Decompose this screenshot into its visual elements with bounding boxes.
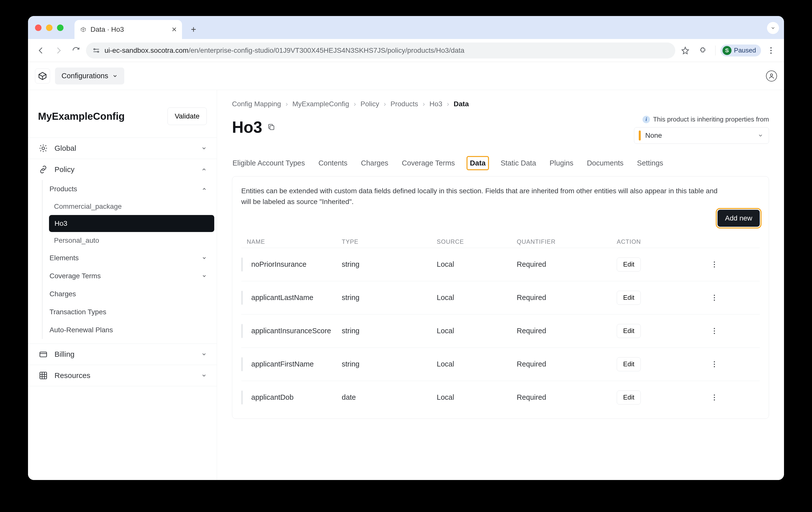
tab-close-icon[interactable]: ✕ [172, 26, 177, 33]
bookmark-icon[interactable] [678, 43, 693, 58]
window-maximize-button[interactable] [57, 25, 63, 31]
tab-plugins[interactable]: Plugins [549, 158, 574, 169]
sidebar-item-label: Transaction Types [50, 308, 106, 316]
breadcrumb-item[interactable]: Config Mapping [232, 100, 281, 108]
app-logo[interactable] [35, 68, 50, 84]
svg-point-14 [714, 297, 715, 298]
row-accent [241, 291, 243, 305]
cell-quantifier: Required [517, 393, 617, 401]
panel-description: Entities can be extended with custom dat… [241, 186, 721, 207]
chevron-down-icon [201, 351, 207, 357]
sidebar-product-personal-auto[interactable]: Personal_auto [42, 232, 217, 249]
sidebar: MyExampleConfig Validate Global Policy [28, 90, 217, 480]
edit-button[interactable]: Edit [617, 357, 641, 371]
add-new-button[interactable]: Add new [718, 210, 760, 227]
edit-button[interactable]: Edit [617, 324, 641, 338]
sidebar-item-coverage-terms[interactable]: Coverage Terms [42, 267, 217, 285]
row-menu-icon[interactable] [709, 259, 719, 269]
sidebar-item-billing[interactable]: Billing [28, 343, 217, 365]
tab-settings[interactable]: Settings [637, 158, 664, 169]
row-menu-icon[interactable] [709, 326, 719, 336]
tab-charges[interactable]: Charges [360, 158, 389, 169]
toolbar-divider [715, 46, 716, 56]
profile-paused-pill[interactable]: S Paused [721, 45, 761, 57]
sidebar-item-global[interactable]: Global [28, 138, 217, 159]
cell-quantifier: Required [517, 260, 617, 268]
breadcrumb-item[interactable]: Products [390, 100, 418, 108]
svg-point-15 [714, 300, 715, 301]
row-menu-icon[interactable] [709, 359, 719, 369]
sidebar-item-label: Charges [50, 290, 76, 298]
row-accent [241, 257, 243, 272]
user-menu-icon[interactable] [766, 70, 777, 82]
row-menu-icon[interactable] [709, 293, 719, 303]
profile-paused-label: Paused [734, 47, 756, 54]
data-panel: Entities can be extended with custom dat… [232, 176, 769, 419]
nav-forward-button[interactable] [51, 43, 66, 58]
cell-quantifier: Required [517, 360, 617, 368]
breadcrumb-item[interactable]: MyExampleConfig [292, 100, 349, 108]
main-content: Config Mapping › MyExampleConfig › Polic… [217, 90, 784, 480]
edit-button[interactable]: Edit [617, 391, 641, 404]
sidebar-item-policy[interactable]: Policy [28, 159, 217, 180]
sidebar-item-resources[interactable]: Resources [28, 365, 217, 386]
card-icon [38, 350, 49, 359]
tab-static-data[interactable]: Static Data [500, 158, 536, 169]
nav-back-button[interactable] [33, 43, 49, 58]
sidebar-item-elements[interactable]: Elements [42, 249, 217, 267]
svg-point-0 [94, 49, 95, 50]
url-input[interactable]: ui-ec-sandbox.socotra.com/en/enterprise-… [86, 42, 675, 58]
sidebar-item-transaction-types[interactable]: Transaction Types [42, 303, 217, 321]
inherit-select[interactable]: None [634, 127, 769, 144]
chevron-down-icon [112, 73, 118, 79]
link-icon [38, 165, 49, 174]
site-settings-icon[interactable] [92, 47, 100, 54]
row-menu-icon[interactable] [709, 393, 719, 402]
tabs: Eligible Account Types Contents Charges … [232, 158, 769, 169]
window-close-button[interactable] [35, 25, 41, 31]
sidebar-product-commercial[interactable]: Commercial_package [42, 198, 217, 215]
sidebar-item-label: Policy [55, 165, 75, 174]
new-tab-button[interactable]: + [187, 23, 200, 36]
extensions-icon[interactable] [695, 43, 710, 58]
tab-eligible-account-types[interactable]: Eligible Account Types [232, 158, 306, 169]
copy-icon[interactable] [267, 123, 275, 131]
nav-reload-button[interactable] [68, 43, 84, 58]
sidebar-product-ho3[interactable]: Ho3 [49, 215, 214, 232]
table-row: noPriorInsurance string Local Required E… [241, 248, 760, 281]
chevron-up-icon [201, 167, 207, 172]
browser-menu-icon[interactable] [763, 43, 779, 58]
browser-tab[interactable]: Data · Ho3 ✕ [75, 20, 182, 39]
tab-overflow-button[interactable] [767, 22, 779, 34]
breadcrumb: Config Mapping › MyExampleConfig › Polic… [232, 100, 769, 108]
sidebar-item-label: Billing [55, 350, 75, 359]
chevron-right-icon: › [423, 100, 425, 108]
sidebar-item-charges[interactable]: Charges [42, 285, 217, 303]
cell-name: applicantLastName [247, 293, 342, 302]
edit-button[interactable]: Edit [617, 257, 641, 272]
breadcrumb-item[interactable]: Ho3 [430, 100, 442, 108]
sidebar-item-products[interactable]: Products [42, 180, 217, 198]
svg-point-19 [714, 361, 715, 363]
breadcrumb-item[interactable]: Policy [360, 100, 379, 108]
edit-button[interactable]: Edit [617, 291, 641, 305]
configurations-dropdown[interactable]: Configurations [55, 67, 124, 85]
validate-button[interactable]: Validate [168, 108, 207, 125]
tab-contents[interactable]: Contents [318, 158, 348, 169]
svg-point-23 [714, 397, 715, 398]
chevron-right-icon: › [286, 100, 288, 108]
svg-rect-7 [40, 352, 47, 357]
grid-icon [38, 371, 49, 380]
tab-data[interactable]: Data [468, 158, 488, 169]
sidebar-item-label: Coverage Terms [50, 272, 101, 280]
tab-documents[interactable]: Documents [586, 158, 624, 169]
inherit-value: None [645, 132, 662, 140]
sidebar-item-label: Personal_auto [54, 236, 99, 245]
svg-point-17 [714, 330, 715, 332]
sidebar-title-row: MyExampleConfig Validate [28, 100, 217, 138]
tab-coverage-terms[interactable]: Coverage Terms [401, 158, 455, 169]
sidebar-item-label: Commercial_package [54, 202, 122, 210]
window-minimize-button[interactable] [46, 25, 53, 31]
sidebar-item-auto-renewal[interactable]: Auto-Renewal Plans [42, 321, 217, 339]
svg-point-12 [714, 266, 715, 267]
